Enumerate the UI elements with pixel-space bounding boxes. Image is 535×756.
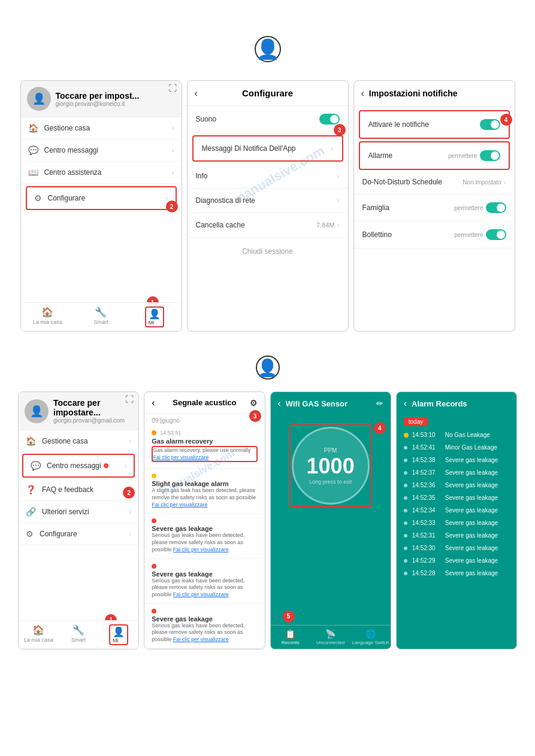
menu-item-configurare[interactable]: ⚙ Configurare › — [26, 186, 177, 210]
famiglia-toggle[interactable] — [486, 202, 506, 213]
nav-smart[interactable]: 🔧 Smart — [74, 303, 128, 331]
cache-label: Cancella cache — [196, 221, 316, 229]
row-dnd[interactable]: Do-Not-Disturb Schedule Non impostato › — [354, 170, 515, 195]
bollettino-toggle[interactable] — [486, 229, 506, 240]
record-2[interactable]: 14:52:41 Minor Gas Leakage — [397, 441, 516, 454]
menu-diagnostica[interactable]: Diagnostica di rete › — [188, 189, 348, 213]
record-12[interactable]: 14:52:28 Severe gas leakage — [397, 567, 516, 579]
menu-b1-centro[interactable]: 💬 Centro messaggi › — [23, 455, 134, 476]
nav-mi[interactable]: 👤 Mi — [128, 303, 181, 331]
record-3[interactable]: 14:52:38 Severe gas leakage — [397, 454, 516, 466]
link-4[interactable]: Fai clic per visualizzare — [173, 591, 229, 597]
arrow-icon: › — [172, 168, 174, 177]
dot-red-3 — [152, 518, 156, 523]
menu-b1-configurare[interactable]: ⚙ Configurare › — [19, 523, 138, 545]
menu-item-assistenza[interactable]: 📖 Centro assistenza › — [21, 162, 182, 184]
edit-icon[interactable]: ✏ — [376, 399, 383, 408]
alarm-item-1[interactable]: 14:53:51 Gas alarm recovery 3 Gas alarm … — [144, 425, 264, 469]
dot-white — [404, 521, 407, 525]
alarm-body-1: Gas alarm recovery, please use normally … — [153, 447, 256, 461]
back-icon[interactable]: ‹ — [404, 398, 407, 409]
back-arrow-icon[interactable]: ‹ — [195, 88, 198, 99]
centro-highlight: 💬 Centro messaggi › — [22, 454, 135, 478]
menu-b1-faq[interactable]: ❓ FAQ e feedback › — [19, 479, 138, 501]
bottom-nav: 🏠 La mia casa 🔧 Smart 👤 Mi — [21, 302, 182, 331]
alarm-item-5[interactable]: Severe gas leakage Serious gas leaks hav… — [144, 604, 264, 649]
logout-button[interactable]: Chiudi sessione — [188, 238, 348, 265]
menu-b1-ulteriori[interactable]: 🔗 Ulteriori servizi › — [19, 501, 138, 523]
attivare-toggle[interactable] — [480, 119, 500, 130]
menu-label: FAQ e feedback — [42, 485, 93, 494]
nav-unconnected[interactable]: 📡 Unconnected — [310, 626, 350, 649]
configurare-header: ‹ Configurare — [188, 81, 348, 106]
link-5[interactable]: Fai clic per visualizzare — [173, 636, 229, 642]
alarm-item-3[interactable]: Severe gas leakage Serious gas leaks hav… — [144, 514, 264, 558]
expand-icon[interactable]: ⛶ — [168, 83, 177, 93]
record-10[interactable]: 14:52:30 Severe gas leakage — [397, 542, 516, 554]
record-time-11: 14:52:29 — [412, 557, 445, 564]
suono-label: Suono — [196, 115, 319, 123]
record-4[interactable]: 14:52:37 Severe gas leakage — [397, 466, 516, 479]
menu-cache[interactable]: Cancella cache 7.84M › — [188, 213, 348, 238]
link-3[interactable]: Fai clic per visualizzare — [173, 546, 229, 552]
notifications-title: Impostazioni notifiche — [369, 89, 458, 98]
nav-records[interactable]: 📋 Records — [271, 626, 311, 649]
message-icon: 💬 — [28, 145, 38, 155]
row-attivare[interactable]: Attivare le notifiche — [360, 111, 509, 138]
nav-home[interactable]: 🏠 La mia casa — [21, 303, 74, 331]
nav-home-b1[interactable]: 🏠 La mia casa — [19, 621, 59, 649]
dot-white — [404, 534, 407, 538]
segnale-header: ‹ Segnale acustico ⚙ — [144, 392, 264, 414]
gear-icon[interactable]: ⚙ — [250, 398, 258, 408]
link-2[interactable]: Fai clic per visualizzare — [152, 502, 207, 508]
smart-icon: 🔧 — [72, 624, 84, 636]
back-icon[interactable]: ‹ — [152, 397, 155, 408]
profile-header-b1: 👤 Toccare per impostare... giorgio.prova… — [19, 392, 138, 430]
expand-icon-b1[interactable]: ⛶ — [125, 394, 134, 404]
bollettino-label: Bollettino — [362, 230, 455, 239]
messaggi-highlight-box: Messaggi Di Notifica Dell'App › — [192, 135, 343, 162]
dot-white — [404, 546, 407, 550]
nav-smart-b1[interactable]: 🔧 Smart — [59, 621, 99, 649]
nav-mi-b1[interactable]: 👤 Mi — [99, 621, 139, 649]
menu-b1-gestione[interactable]: 🏠 Gestione casa › — [19, 430, 138, 453]
dot-red-5 — [152, 609, 156, 614]
suono-toggle[interactable] — [319, 114, 340, 125]
alarm-item-2[interactable]: Slight gas leakage alarm A slight gas le… — [144, 469, 264, 514]
record-6[interactable]: 14:52:35 Severe gas leakage — [397, 491, 516, 504]
dnd-label: Do-Not-Disturb Schedule — [362, 178, 463, 186]
menu-suono[interactable]: Suono — [188, 106, 348, 133]
mi-icon: 👤 — [113, 627, 125, 637]
row-allarme[interactable]: Allarme permettere — [360, 142, 509, 169]
link-1[interactable]: Fai clic per visualizzare — [153, 454, 208, 460]
arrow-icon: › — [337, 196, 340, 205]
sensor-title: Wifi GAS Sensor — [286, 399, 376, 408]
record-11[interactable]: 14:52:29 Severe gas leakage — [397, 554, 516, 567]
dot-white — [404, 446, 407, 450]
user-info-b1: Toccare per impostare... giorgio.provan@… — [53, 398, 132, 424]
record-8[interactable]: 14:52:33 Severe gas leakage — [397, 517, 516, 529]
allarme-label: Allarme — [368, 151, 449, 160]
nav-language[interactable]: 🌐 Language Switch — [350, 626, 391, 649]
arrow-icon: › — [129, 508, 131, 516]
item-header-3 — [152, 518, 257, 523]
alarm-item-4[interactable]: Severe gas leakage Serious gas leaks hav… — [144, 559, 264, 604]
menu-info[interactable]: Info › — [188, 164, 348, 189]
record-desc-8: Severe gas leakage — [445, 520, 498, 526]
record-1[interactable]: 14:53:10 No Gas Leakage — [397, 429, 516, 441]
back-icon[interactable]: ‹ — [278, 398, 281, 409]
allarme-toggle[interactable] — [480, 150, 500, 161]
language-icon: 🌐 — [365, 629, 376, 639]
record-9[interactable]: 14:52:31 Severe gas leakage — [397, 529, 516, 542]
middle-profile-icon-area: 👤 — [0, 338, 535, 385]
record-7[interactable]: 14:52:34 Severe gas leakage — [397, 504, 516, 517]
row-famiglia[interactable]: Famiglia permettere — [354, 195, 515, 221]
row-bollettino[interactable]: Bollettino permettere — [354, 221, 515, 248]
menu-item-gestione[interactable]: 🏠 Gestione casa › — [21, 117, 182, 139]
menu-messaggi[interactable]: Messaggi Di Notifica Dell'App › — [194, 136, 342, 160]
back-arrow-icon[interactable]: ‹ — [361, 88, 364, 99]
record-5[interactable]: 14:52:36 Severe gas leakage — [397, 479, 516, 491]
mi-nav-icon: 👤 — [149, 309, 161, 319]
menu-item-centro[interactable]: 💬 Centro messaggi › — [21, 139, 182, 162]
dot-white — [404, 459, 407, 462]
